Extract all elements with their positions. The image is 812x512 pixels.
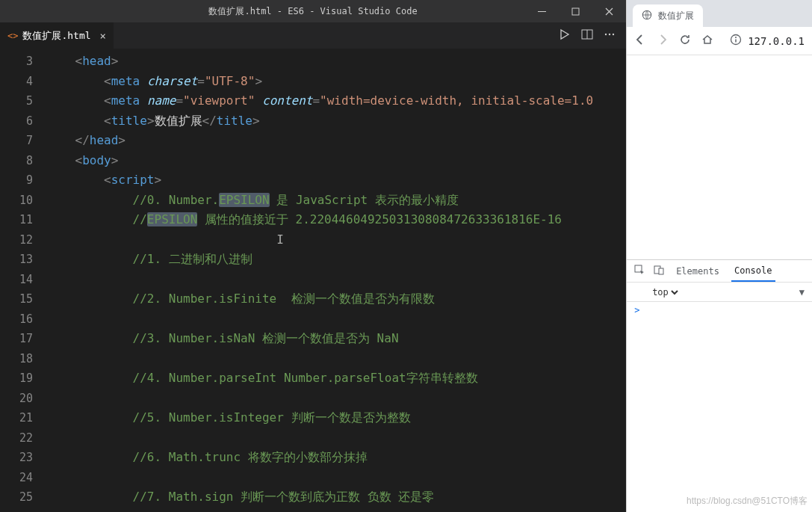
- vscode-titlebar: 数值扩展.html - ES6 - Visual Studio Code: [0, 0, 626, 22]
- back-button[interactable]: [634, 34, 646, 48]
- svg-point-2: [605, 33, 607, 34]
- svg-rect-10: [659, 268, 663, 274]
- globe-icon: [642, 10, 652, 22]
- tab-filename: 数值扩展.html: [22, 29, 90, 43]
- split-editor-icon[interactable]: [581, 28, 593, 43]
- context-selector[interactable]: top: [649, 286, 681, 298]
- svg-point-7: [735, 37, 737, 38]
- more-actions-icon[interactable]: [604, 28, 616, 43]
- info-icon[interactable]: [730, 34, 742, 48]
- editor-tab-active[interactable]: <> 数值扩展.html ×: [0, 22, 114, 49]
- svg-point-3: [609, 33, 610, 34]
- browser-toolbar: 127.0.0.1: [627, 27, 812, 55]
- devtools-panel: Elements Console top ▼ >: [627, 259, 812, 512]
- forward-button[interactable]: [657, 34, 669, 48]
- editor-actions: [559, 28, 626, 43]
- console-output[interactable]: >: [627, 302, 812, 512]
- browser-tab-title: 数值扩展: [658, 10, 694, 22]
- editor-tabs: <> 数值扩展.html ×: [0, 22, 114, 49]
- vscode-window: 数值扩展.html - ES6 - Visual Studio Code <> …: [0, 0, 626, 512]
- watermark-text: https://blog.csdn@51CTO博客: [687, 495, 808, 508]
- browser-tabstrip: 数值扩展: [627, 0, 812, 27]
- run-icon[interactable]: [559, 28, 571, 43]
- code-editor[interactable]: 345678910111213141516171819202122232425 …: [0, 49, 626, 512]
- window-controls: [525, 0, 626, 22]
- svg-point-4: [613, 33, 614, 34]
- html-file-icon: <>: [7, 31, 18, 41]
- home-button[interactable]: [701, 34, 713, 48]
- close-tab-icon[interactable]: ×: [100, 30, 106, 42]
- console-prompt: >: [634, 305, 639, 315]
- devtools-tabs: Elements Console: [627, 260, 812, 283]
- browser-tab-active[interactable]: 数值扩展: [633, 4, 703, 27]
- browser-window: 数值扩展 127.0.0.1 Elements Console top ▼: [626, 0, 812, 512]
- device-toggle-icon[interactable]: [654, 265, 664, 277]
- devtools-tab-console[interactable]: Console: [731, 260, 775, 282]
- devtools-tab-elements[interactable]: Elements: [673, 260, 722, 282]
- code-content[interactable]: <head> <meta charset="UTF-8"> <meta name…: [46, 49, 626, 512]
- minimize-button[interactable]: [525, 0, 559, 22]
- address-bar[interactable]: 127.0.0.1: [730, 34, 805, 48]
- url-text: 127.0.0.1: [748, 35, 805, 47]
- browser-viewport: Elements Console top ▼ >: [627, 55, 812, 512]
- context-dropdown-icon[interactable]: ▼: [799, 287, 805, 297]
- svg-rect-0: [572, 8, 579, 15]
- reload-button[interactable]: [679, 34, 691, 48]
- close-button[interactable]: [592, 0, 626, 22]
- editor-tabbar: <> 数值扩展.html ×: [0, 22, 626, 49]
- inspect-icon[interactable]: [634, 265, 645, 277]
- line-number-gutter: 345678910111213141516171819202122232425: [0, 49, 46, 512]
- window-title: 数值扩展.html - ES6 - Visual Studio Code: [208, 5, 417, 18]
- console-toolbar: top ▼: [627, 283, 812, 302]
- maximize-button[interactable]: [559, 0, 592, 22]
